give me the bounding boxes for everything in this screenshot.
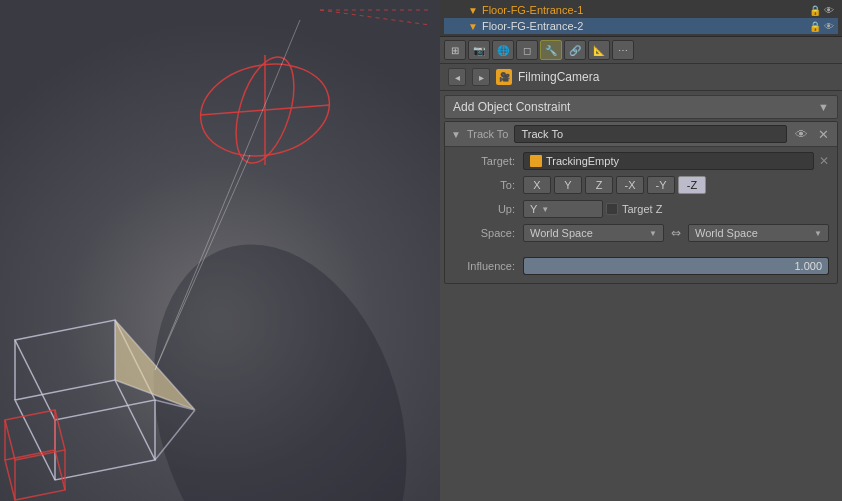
target-z-label: Target Z — [622, 203, 662, 215]
add-constraint-button[interactable]: Add Object Constraint ▼ — [444, 95, 838, 119]
nav-icon[interactable]: ▸ — [472, 68, 490, 86]
visibility-toggle[interactable]: 👁 — [793, 127, 810, 142]
constraint-name-input[interactable] — [514, 125, 787, 143]
properties-panel: ▼ Floor-FG-Entrance-1 🔒 👁 ▼ Floor-FG-Ent… — [440, 0, 842, 501]
object-list: ▼ Floor-FG-Entrance-1 🔒 👁 ▼ Floor-FG-Ent… — [440, 0, 842, 37]
up-label: Up: — [453, 203, 523, 215]
space-content: World Space ▼ ⇔ World Space ▼ — [523, 224, 829, 242]
header-row: ◂ ▸ 🎥 FilmingCamera — [440, 64, 842, 91]
constraint-panel: ▼ Track To 👁 ✕ Target: TrackingEmpty ✕ — [444, 121, 838, 284]
target-name: TrackingEmpty — [546, 155, 807, 167]
delete-constraint-button[interactable]: ✕ — [816, 127, 831, 142]
target-z-checkbox[interactable] — [606, 203, 618, 215]
space-to-arrow: ▼ — [814, 229, 822, 238]
list-item-0[interactable]: ▼ Floor-FG-Entrance-1 🔒 👁 — [444, 2, 838, 18]
target-empty-icon — [530, 155, 542, 167]
camera-icon: 🎥 — [496, 69, 512, 85]
axis-btn-z[interactable]: Z — [585, 176, 613, 194]
influence-value: 1.000 — [524, 260, 828, 272]
toolbar-btn-particles[interactable]: ⋯ — [612, 40, 634, 60]
space-to-value: World Space — [695, 227, 810, 239]
up-value: Y — [530, 203, 537, 215]
axis-btn-x[interactable]: X — [523, 176, 551, 194]
target-content: TrackingEmpty ✕ — [523, 152, 829, 170]
influence-label: Influence: — [453, 260, 523, 272]
up-content: Y ▼ Target Z — [523, 200, 829, 218]
constraint-type: Track To — [467, 128, 509, 140]
collapse-arrow[interactable]: ▼ — [451, 129, 461, 140]
axis-btn-neg-x[interactable]: -X — [616, 176, 644, 194]
up-dropdown-arrow: ▼ — [541, 205, 549, 214]
axis-btn-y[interactable]: Y — [554, 176, 582, 194]
to-row: To: X Y Z -X -Y -Z — [453, 175, 829, 195]
toolbar-btn-camera[interactable]: 📷 — [468, 40, 490, 60]
list-item-1[interactable]: ▼ Floor-FG-Entrance-2 🔒 👁 — [444, 18, 838, 34]
toolbar-btn-world[interactable]: 🌐 — [492, 40, 514, 60]
axis-btn-neg-y[interactable]: -Y — [647, 176, 675, 194]
target-row: Target: TrackingEmpty ✕ — [453, 151, 829, 171]
up-row: Up: Y ▼ Target Z — [453, 199, 829, 219]
space-row: Space: World Space ▼ ⇔ World Space ▼ — [453, 223, 829, 243]
space-from-dropdown[interactable]: World Space ▼ — [523, 224, 664, 242]
space-label: Space: — [453, 227, 523, 239]
toolbar-btn-view[interactable]: ⊞ — [444, 40, 466, 60]
toolbar-btn-modifier[interactable]: 🔧 — [540, 40, 562, 60]
target-z-checkbox-label[interactable]: Target Z — [606, 203, 662, 215]
axis-btn-neg-z[interactable]: -Z — [678, 176, 706, 194]
add-constraint-arrow: ▼ — [818, 101, 829, 113]
space-from-arrow: ▼ — [649, 229, 657, 238]
influence-bar[interactable]: 1.000 — [523, 257, 829, 275]
target-clear-button[interactable]: ✕ — [819, 154, 829, 168]
to-axes-group: X Y Z -X -Y -Z — [523, 176, 829, 194]
target-label: Target: — [453, 155, 523, 167]
space-to-dropdown[interactable]: World Space ▼ — [688, 224, 829, 242]
influence-row: Influence: 1.000 — [453, 257, 829, 275]
constraint-body: Target: TrackingEmpty ✕ To: X Y Z -X — [445, 147, 837, 251]
space-exchange-icon: ⇔ — [667, 226, 685, 240]
up-dropdown[interactable]: Y ▼ — [523, 200, 603, 218]
toolbar: ⊞ 📷 🌐 ◻ 🔧 🔗 📐 ⋯ — [440, 37, 842, 64]
expand-icon[interactable]: ◂ — [448, 68, 466, 86]
target-field[interactable]: TrackingEmpty — [523, 152, 814, 170]
space-from-value: World Space — [530, 227, 645, 239]
constraint-header: ▼ Track To 👁 ✕ — [445, 122, 837, 147]
camera-name: FilmingCamera — [518, 70, 599, 84]
viewport-3d[interactable] — [0, 0, 440, 501]
toolbar-btn-data[interactable]: 📐 — [588, 40, 610, 60]
toolbar-btn-constraint[interactable]: 🔗 — [564, 40, 586, 60]
add-constraint-label: Add Object Constraint — [453, 100, 570, 114]
influence-section: Influence: 1.000 — [445, 251, 837, 283]
to-label: To: — [453, 179, 523, 191]
toolbar-btn-object[interactable]: ◻ — [516, 40, 538, 60]
